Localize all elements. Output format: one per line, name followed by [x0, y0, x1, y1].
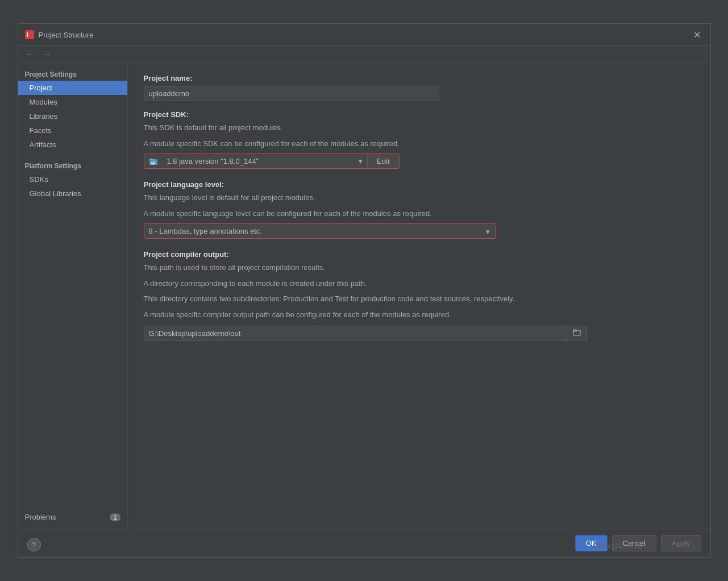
- close-button[interactable]: ✕: [691, 28, 704, 41]
- compiler-section: Project compiler output: This path is us…: [144, 250, 694, 341]
- svg-rect-5: [573, 330, 580, 335]
- sdk-desc2: A module specific SDK can be configured …: [144, 138, 694, 150]
- compiler-folder-button[interactable]: [567, 326, 586, 341]
- main-content: Project name: Project SDK: This SDK is d…: [128, 63, 710, 529]
- sidebar-item-problems[interactable]: Problems 1: [18, 510, 127, 524]
- sidebar-item-facets[interactable]: Facets: [18, 123, 127, 138]
- lang-desc1: This language level is default for all p…: [144, 192, 694, 204]
- compiler-label: Project compiler output:: [144, 250, 694, 259]
- lang-select[interactable]: 8 - Lambdas, type annotations etc.: [144, 224, 496, 238]
- sidebar-item-libraries[interactable]: Libraries: [18, 109, 127, 123]
- sdk-edit-button[interactable]: Edit: [367, 154, 398, 168]
- svg-text:☕: ☕: [151, 160, 156, 165]
- compiler-desc2: A directory corresponding to each module…: [144, 278, 694, 289]
- platform-settings-label: Platform Settings: [18, 159, 127, 172]
- sdk-section: Project SDK: This SDK is default for all…: [144, 110, 694, 169]
- project-name-label: Project name:: [144, 74, 694, 82]
- compiler-output-row: [144, 326, 587, 341]
- watermark: CSDN @D_AKJS: [593, 542, 642, 549]
- help-button[interactable]: ?: [27, 538, 41, 551]
- problems-badge: 1: [110, 513, 120, 521]
- dialog-body: Project Settings Project Modules Librari…: [18, 63, 710, 529]
- compiler-desc4: A module specific compiler output path c…: [144, 309, 694, 321]
- project-structure-dialog: I Project Structure ✕ ← → Project Settin…: [18, 23, 711, 558]
- compiler-desc1: This path is used to store all project c…: [144, 262, 694, 273]
- project-settings-label: Project Settings: [18, 67, 127, 81]
- compiler-desc3: This directory contains two subdirectori…: [144, 293, 694, 305]
- project-name-section: Project name:: [144, 74, 694, 101]
- dialog-nav: ← →: [18, 46, 710, 63]
- lang-label: Project language level:: [144, 180, 694, 189]
- sidebar-item-project[interactable]: Project: [18, 81, 127, 95]
- dialog-title: Project Structure: [39, 31, 687, 39]
- back-button[interactable]: ←: [23, 48, 38, 60]
- sidebar-item-modules[interactable]: Modules: [18, 95, 127, 109]
- lang-section: Project language level: This language le…: [144, 180, 694, 239]
- sidebar-item-sdks[interactable]: SDKs: [18, 172, 127, 186]
- sdk-label: Project SDK:: [144, 110, 694, 119]
- sdk-desc1: This SDK is default for all project modu…: [144, 122, 694, 134]
- dialog-titlebar: I Project Structure ✕: [18, 24, 710, 46]
- sidebar-item-global-libraries[interactable]: Global Libraries: [18, 186, 127, 201]
- apply-button[interactable]: Apply: [661, 535, 701, 551]
- intellij-icon: I: [25, 30, 34, 39]
- sdk-select-row: ☕ 1.8 java version "1.8.0_144" Edit: [144, 153, 400, 169]
- sdk-select-wrapper: 1.8 java version "1.8.0_144": [163, 154, 368, 168]
- lang-select-wrapper: 8 - Lambdas, type annotations etc.: [144, 223, 496, 239]
- lang-desc2: A module specific language level can be …: [144, 208, 694, 219]
- project-name-input[interactable]: [144, 86, 439, 101]
- svg-text:I: I: [27, 32, 28, 38]
- compiler-output-input[interactable]: [144, 326, 567, 341]
- sdk-select[interactable]: 1.8 java version "1.8.0_144": [163, 154, 368, 168]
- sidebar: Project Settings Project Modules Librari…: [18, 63, 128, 529]
- sdk-folder-icon: ☕: [144, 155, 163, 168]
- problems-label: Problems: [25, 513, 56, 521]
- forward-button[interactable]: →: [40, 48, 55, 60]
- sidebar-item-artifacts[interactable]: Artifacts: [18, 138, 127, 152]
